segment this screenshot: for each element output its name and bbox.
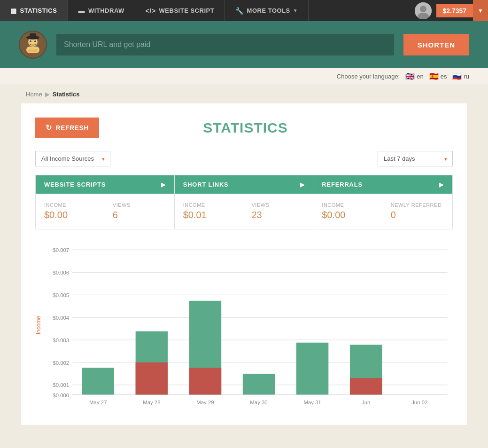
website-scripts-title: WEBSITE SCRIPTS [44,181,106,188]
stats-header: ↻ REFRESH STATISTICS [35,118,453,138]
svg-text:$0.003: $0.003 [53,338,69,343]
date-range-filter[interactable]: Last 7 days Last 30 days Last 90 days Th… [378,151,453,166]
short-links-title: SHORT LINKS [183,181,229,188]
referrals-card: REFERRALS ▶ INCOME $0.00 NEWLY REFERRED … [313,175,452,229]
income-chart-svg: $0.007 $0.006 $0.005 $0.004 $0.003 $0.00… [46,244,453,406]
lang-ru-code: ru [464,73,469,80]
referrals-header[interactable]: REFERRALS ▶ [313,175,452,194]
svg-text:$0.001: $0.001 [53,382,69,388]
balance-display[interactable]: $2.7357 [436,4,473,17]
income-source-filter[interactable]: All Income Sources Website Scripts Short… [35,151,110,166]
svg-text:$0.007: $0.007 [53,247,69,253]
referrals-referred-metric: NEWLY REFERRED 0 [383,202,444,220]
bar-may30-teal [243,374,275,394]
main-content: ↻ REFRESH STATISTICS All Income Sources … [21,103,467,425]
lang-es[interactable]: 🇪🇸 es [429,72,447,81]
flag-en: 🇬🇧 [405,72,415,81]
breadcrumb-home[interactable]: Home [26,91,42,98]
stats-cards: WEBSITE SCRIPTS ▶ INCOME $0.00 VIEWS 6 S… [35,175,453,229]
website-scripts-metrics: INCOME $0.00 VIEWS 6 [36,194,174,229]
top-navigation: ▦ STATISTICS ▬ WITHDRAW </> WEBSITE SCRI… [0,0,488,21]
website-scripts-views-value: 6 [113,210,166,220]
refresh-button[interactable]: ↻ REFRESH [35,118,99,138]
short-links-header[interactable]: SHORT LINKS ▶ [175,175,313,194]
chart-wrapper: Income $0.007 $0.006 $0.005 $0.00 [35,244,453,406]
svg-point-8 [34,40,36,42]
svg-text:$0.005: $0.005 [53,292,69,298]
nav-withdraw[interactable]: ▬ WITHDRAW [68,0,135,21]
short-links-income-value: $0.01 [183,210,236,220]
filters-row: All Income Sources Website Scripts Short… [35,151,453,166]
referrals-referred-label: NEWLY REFERRED [391,202,444,208]
website-scripts-views-metric: VIEWS 6 [105,202,166,220]
svg-text:$0.006: $0.006 [53,270,69,275]
statistics-icon: ▦ [10,7,17,15]
website-scripts-views-label: VIEWS [113,202,166,208]
referrals-title: REFERRALS [322,181,363,188]
referrals-income-value: $0.00 [322,210,375,220]
user-avatar[interactable] [415,2,432,19]
nav-website-script[interactable]: </> WEBSITE SCRIPT [135,0,225,21]
svg-text:May 28: May 28 [143,400,160,405]
website-scripts-income-label: INCOME [44,202,97,208]
short-links-income-metric: INCOME $0.01 [183,202,244,220]
language-bar: Choose your language: 🇬🇧 en 🇪🇸 es 🇷🇺 ru [0,68,488,85]
url-input[interactable] [56,34,394,55]
income-source-select[interactable]: All Income Sources Website Scripts Short… [35,151,110,166]
lang-en-code: en [417,73,423,80]
svg-text:May 30: May 30 [250,400,267,405]
code-icon: </> [146,7,156,15]
short-links-views-label: VIEWS [252,202,305,208]
hero-section: SHORTEN [0,21,488,68]
bar-may28-red [136,362,168,394]
tools-icon: 🔧 [235,7,244,15]
flag-ru: 🇷🇺 [452,72,462,81]
bar-may29-red [189,368,221,394]
nav-more-tools[interactable]: 🔧 MORE TOOLS ▼ [225,0,309,21]
website-scripts-income-metric: INCOME $0.00 [44,202,105,220]
svg-text:Jun 02: Jun 02 [411,400,427,405]
svg-point-7 [30,40,31,42]
svg-text:May 27: May 27 [89,400,107,405]
nav-more-tools-label: MORE TOOLS [247,7,290,14]
balance-dropdown[interactable]: ▼ [473,0,488,21]
flag-es: 🇪🇸 [429,72,439,81]
website-scripts-header[interactable]: WEBSITE SCRIPTS ▶ [36,175,174,194]
referrals-income-metric: INCOME $0.00 [322,202,383,220]
short-links-metrics: INCOME $0.01 VIEWS 23 [175,194,313,229]
referrals-referred-value: 0 [391,210,444,220]
bar-may31-teal [296,343,328,395]
short-links-card: SHORT LINKS ▶ INCOME $0.01 VIEWS 23 [175,175,314,229]
short-links-views-metric: VIEWS 23 [244,202,305,220]
bar-may27-teal [82,368,114,394]
breadcrumb: Home ▶ Statistics [0,85,488,103]
bar-jun-red [350,378,382,394]
lang-en[interactable]: 🇬🇧 en [405,72,423,81]
lang-ru[interactable]: 🇷🇺 ru [452,72,469,81]
svg-point-1 [420,6,426,12]
chart-inner: $0.007 $0.006 $0.005 $0.004 $0.003 $0.00… [46,244,453,406]
referrals-arrow: ▶ [439,181,444,188]
short-links-arrow: ▶ [300,181,305,188]
nav-withdraw-label: WITHDRAW [88,7,124,14]
lang-es-code: es [441,73,447,80]
svg-rect-10 [30,33,36,38]
breadcrumb-separator: ▶ [45,91,50,98]
refresh-icon: ↻ [46,123,52,132]
svg-text:May 29: May 29 [196,400,214,405]
short-links-income-label: INCOME [183,202,236,208]
svg-rect-6 [28,49,38,52]
breadcrumb-current: Statistics [53,91,80,98]
referrals-metrics: INCOME $0.00 NEWLY REFERRED 0 [313,194,452,229]
chart-container: Income $0.007 $0.006 $0.005 $0.00 [35,239,453,411]
more-tools-dropdown-icon: ▼ [293,8,298,13]
chart-y-label: Income [35,244,42,406]
svg-text:$0.000: $0.000 [53,393,69,398]
date-range-select[interactable]: Last 7 days Last 30 days Last 90 days Th… [378,151,453,166]
nav-statistics[interactable]: ▦ STATISTICS [0,0,68,21]
logo-avatar [19,31,47,59]
svg-text:May 31: May 31 [303,400,321,405]
language-label: Choose your language: [337,73,400,80]
refresh-label: REFRESH [56,124,89,132]
shorten-button[interactable]: SHORTEN [403,34,469,55]
